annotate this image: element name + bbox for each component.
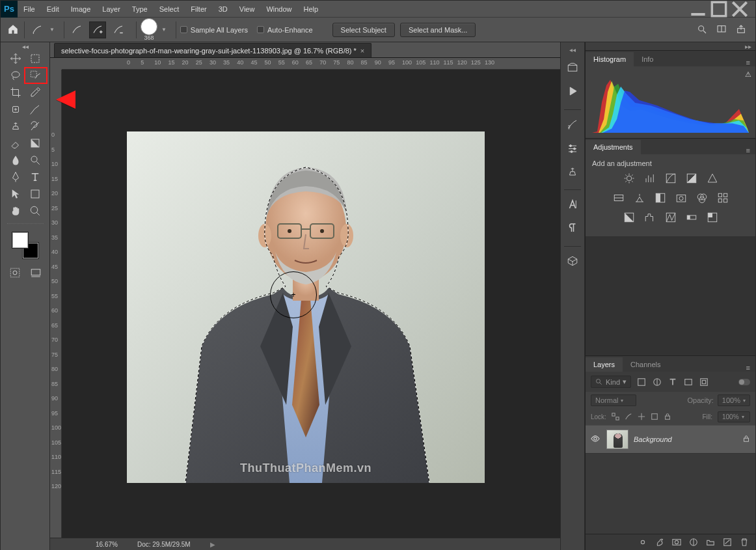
screen-mode-icon[interactable] xyxy=(29,266,43,279)
layer-thumbnail[interactable] xyxy=(606,430,628,449)
visibility-icon[interactable] xyxy=(591,434,601,445)
gradient-tool[interactable] xyxy=(25,135,45,152)
close-icon[interactable]: × xyxy=(360,47,364,55)
paragraph-panel-icon[interactable] xyxy=(563,219,582,237)
hand-tool[interactable] xyxy=(6,202,25,219)
pen-tool[interactable] xyxy=(6,169,25,186)
clone-source-panel-icon[interactable] xyxy=(563,162,582,180)
menu-help[interactable]: Help xyxy=(298,1,325,18)
photo-filter-icon[interactable] xyxy=(675,192,687,205)
menu-type[interactable]: Type xyxy=(126,1,154,18)
eraser-tool[interactable] xyxy=(6,135,25,152)
foreground-color-swatch[interactable] xyxy=(12,232,28,248)
group-icon[interactable] xyxy=(706,538,715,548)
tab-channels[interactable]: Channels xyxy=(623,357,668,372)
window-minimize-button[interactable] xyxy=(688,3,709,16)
tab-info[interactable]: Info xyxy=(634,52,661,66)
window-close-button[interactable] xyxy=(729,3,750,16)
menu-select[interactable]: Select xyxy=(154,1,185,18)
filter-smart-icon[interactable] xyxy=(699,377,709,387)
delete-layer-icon[interactable] xyxy=(740,538,749,548)
clone-stamp-tool[interactable] xyxy=(6,118,25,135)
layer-name[interactable]: Background xyxy=(634,435,672,443)
brush-settings-panel-icon[interactable] xyxy=(563,139,582,157)
zoom-level[interactable]: 16.67% xyxy=(96,541,118,548)
tab-histogram[interactable]: Histogram xyxy=(586,52,634,66)
dodge-tool[interactable] xyxy=(25,152,45,169)
gradient-map-icon[interactable] xyxy=(686,212,697,225)
chevron-down-icon[interactable]: ▼ xyxy=(161,27,167,33)
lock-icon[interactable] xyxy=(742,435,750,444)
selective-color-icon[interactable] xyxy=(707,212,718,225)
filter-type-icon[interactable] xyxy=(668,377,678,387)
lock-artboard-icon[interactable] xyxy=(651,413,658,422)
filter-kind-dropdown[interactable]: Kind▾ xyxy=(591,376,631,388)
histogram-warning-icon[interactable]: ⚠ xyxy=(745,70,751,79)
home-icon[interactable] xyxy=(7,23,19,36)
type-tool[interactable] xyxy=(25,169,45,186)
eyedropper-tool[interactable] xyxy=(25,84,45,101)
adjustment-layer-icon[interactable] xyxy=(689,538,698,548)
vibrance-icon[interactable] xyxy=(707,172,718,186)
panel-menu-icon[interactable]: ≡ xyxy=(741,146,755,154)
select-subject-button[interactable]: Select Subject xyxy=(332,23,395,37)
crop-tool[interactable] xyxy=(6,84,25,101)
opacity-input[interactable]: 100%▾ xyxy=(718,394,750,406)
brush-tool[interactable] xyxy=(25,101,45,118)
lock-position-icon[interactable] xyxy=(638,413,645,422)
filter-adjustment-icon[interactable] xyxy=(652,377,662,387)
toolbox-collapse-icon[interactable]: ◂◂ xyxy=(1,42,49,50)
new-selection-icon[interactable] xyxy=(68,21,85,38)
link-layers-icon[interactable] xyxy=(638,538,647,548)
chevron-down-icon[interactable]: ▼ xyxy=(49,27,55,33)
workspace-icon[interactable] xyxy=(716,24,727,36)
tab-layers[interactable]: Layers xyxy=(586,357,623,372)
blend-mode-dropdown[interactable]: Normal▾ xyxy=(591,394,636,406)
brightness-contrast-icon[interactable] xyxy=(623,172,635,186)
menu-layer[interactable]: Layer xyxy=(96,1,126,18)
path-selection-tool[interactable] xyxy=(6,186,25,202)
new-layer-icon[interactable] xyxy=(723,538,732,548)
channel-mixer-icon[interactable] xyxy=(696,192,708,205)
tab-adjustments[interactable]: Adjustments xyxy=(586,140,641,154)
color-balance-icon[interactable] xyxy=(634,192,645,205)
color-lookup-icon[interactable] xyxy=(717,192,729,205)
exposure-icon[interactable] xyxy=(686,172,697,186)
hue-saturation-icon[interactable] xyxy=(613,192,625,205)
marquee-tool[interactable] xyxy=(25,50,45,67)
brush-preview[interactable]: 368 xyxy=(141,18,157,41)
brushes-panel-icon[interactable] xyxy=(563,115,582,133)
filter-shape-icon[interactable] xyxy=(683,377,694,387)
filter-pixel-icon[interactable] xyxy=(636,377,647,387)
history-brush-tool[interactable] xyxy=(25,118,45,135)
lock-all-icon[interactable] xyxy=(664,413,671,422)
blur-tool[interactable] xyxy=(6,152,25,169)
quick-selection-tool[interactable] xyxy=(25,67,45,84)
tool-preset-icon[interactable] xyxy=(29,21,46,38)
lock-transparency-icon[interactable] xyxy=(612,413,619,422)
posterize-icon[interactable] xyxy=(644,212,656,225)
panels-collapse-icon[interactable]: ▸▸ xyxy=(586,42,755,50)
threshold-icon[interactable] xyxy=(665,212,677,225)
healing-brush-tool[interactable] xyxy=(6,101,25,118)
add-to-selection-icon[interactable] xyxy=(89,21,106,38)
menu-window[interactable]: Window xyxy=(260,1,297,18)
3d-panel-icon[interactable] xyxy=(563,252,582,270)
menu-file[interactable]: File xyxy=(18,1,41,18)
sample-all-layers-checkbox[interactable]: Sample All Layers xyxy=(180,26,248,34)
quick-mask-icon[interactable] xyxy=(8,266,22,279)
fill-input[interactable]: 100%▾ xyxy=(718,411,750,422)
panel-menu-icon[interactable]: ≡ xyxy=(741,364,755,372)
shape-tool[interactable] xyxy=(25,186,45,202)
black-white-icon[interactable] xyxy=(655,192,666,205)
subtract-from-selection-icon[interactable] xyxy=(110,21,127,38)
auto-enhance-checkbox[interactable]: Auto-Enhance xyxy=(257,26,313,34)
layer-style-icon[interactable] xyxy=(655,538,664,548)
menu-filter[interactable]: Filter xyxy=(185,1,212,18)
lasso-tool[interactable] xyxy=(6,67,25,84)
layer-mask-icon[interactable] xyxy=(672,538,681,548)
color-swatches[interactable] xyxy=(12,232,38,258)
filter-toggle[interactable] xyxy=(738,379,750,385)
share-icon[interactable] xyxy=(736,24,746,36)
layer-row[interactable]: Background xyxy=(586,425,755,454)
